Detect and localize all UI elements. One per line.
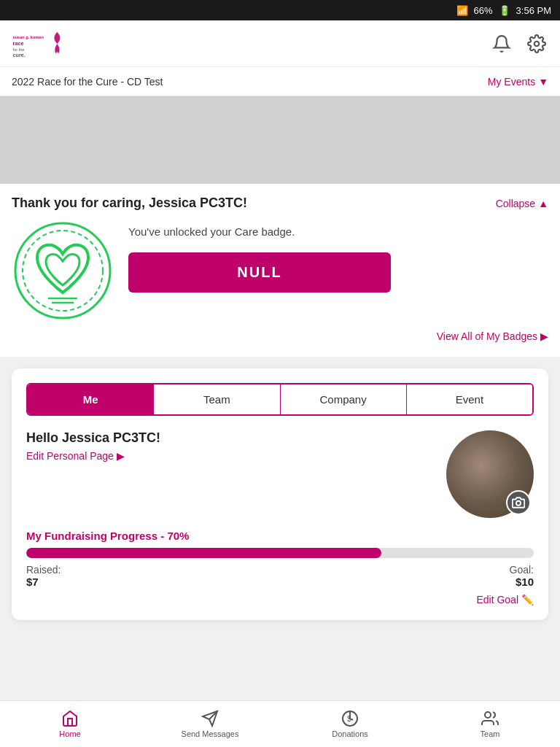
sub-nav: 2022 Race for the Cure - CD Test My Even… [0, 67, 560, 96]
card-section: Me Team Company Event Hello Jessica PC3T… [0, 357, 560, 632]
badge-content: You've unlocked your Care badge. NULL [12, 220, 548, 322]
camera-button[interactable] [506, 490, 531, 515]
top-nav: susan g. komen race for the cure. [0, 20, 560, 67]
svg-point-5 [15, 223, 110, 318]
tab-me[interactable]: Me [28, 384, 154, 414]
svg-text:$: $ [347, 715, 351, 723]
bottom-nav-home[interactable]: Home [0, 701, 140, 747]
donations-label: Donations [332, 729, 368, 738]
arrow-right-icon: ▶ [540, 330, 548, 342]
goal-label: Goal: [510, 564, 534, 576]
progress-percent: 70% [167, 530, 189, 542]
profile-info: Hello Jessica PC3TC! Edit Personal Page … [26, 430, 160, 462]
chevron-down-icon: ▼ [538, 76, 548, 88]
tab-team[interactable]: Team [154, 384, 280, 414]
badge-title: Thank you for caring, Jessica PC3TC! [12, 196, 247, 211]
edit-goal-link[interactable]: Edit Goal ✏️ [26, 594, 534, 605]
raised-section: Raised: $7 [26, 564, 61, 588]
svg-point-9 [516, 501, 521, 506]
send-messages-label: Send Messages [182, 729, 239, 738]
send-icon [201, 710, 219, 727]
status-bar: 📶 66% 🔋 3:56 PM [0, 0, 560, 20]
notification-button[interactable] [490, 32, 513, 55]
greeting-text: Hello Jessica PC3TC! [26, 430, 160, 446]
my-events-button[interactable]: My Events ▼ [488, 76, 548, 88]
logo-area: susan g. komen race for the cure. [12, 29, 70, 58]
edit-personal-page-link[interactable]: Edit Personal Page ▶ [26, 450, 160, 462]
tab-event[interactable]: Event [407, 384, 532, 414]
team-label: Team [481, 729, 500, 738]
brand-logo: susan g. komen race for the cure. [12, 29, 70, 58]
arrow-right-icon: ▶ [117, 450, 125, 462]
svg-text:susan g. komen: susan g. komen [13, 34, 44, 39]
progress-bar-fill [26, 548, 381, 558]
fundraising-section: My Fundraising Progress - 70% Raised: $7… [26, 530, 534, 605]
bottom-nav: Home Send Messages $ Donations Team [0, 700, 560, 747]
badge-text-area: You've unlocked your Care badge. NULL [128, 220, 548, 293]
avatar-container [446, 430, 534, 518]
svg-point-4 [534, 41, 540, 46]
bottom-nav-team[interactable]: Team [420, 701, 560, 747]
edit-icon: ✏️ [521, 594, 534, 605]
badge-description: You've unlocked your Care badge. [128, 225, 548, 238]
progress-bar-container [26, 548, 534, 558]
collapse-icon: ▲ [538, 198, 548, 209]
home-icon [61, 710, 79, 727]
goal-amount: $10 [510, 576, 534, 588]
tab-bar: Me Team Company Event [26, 383, 534, 416]
svg-point-15 [485, 712, 491, 718]
battery-icon: 🔋 [499, 5, 510, 16]
team-icon [481, 710, 499, 727]
null-button[interactable]: NULL [128, 252, 391, 293]
badge-icon [12, 220, 114, 322]
svg-text:race: race [13, 40, 24, 47]
view-all-badges-link[interactable]: View All of My Badges ▶ [12, 322, 548, 345]
profile-card: Me Team Company Event Hello Jessica PC3T… [12, 368, 548, 620]
tab-company[interactable]: Company [281, 384, 407, 414]
raised-label: Raised: [26, 564, 61, 576]
svg-text:cure.: cure. [13, 51, 26, 58]
bottom-nav-donations[interactable]: $ Donations [280, 701, 420, 747]
home-label: Home [59, 729, 80, 738]
nav-icons [490, 32, 548, 55]
fundraising-label: My Fundraising Progress - 70% [26, 530, 534, 542]
raised-amount: $7 [26, 576, 61, 588]
goal-section: Goal: $10 [510, 564, 534, 588]
wifi-icon: 📶 [456, 5, 468, 16]
badge-header: Thank you for caring, Jessica PC3TC! Col… [12, 196, 548, 211]
event-banner [0, 96, 560, 184]
battery-level: 66% [474, 5, 493, 16]
profile-section: Hello Jessica PC3TC! Edit Personal Page … [26, 430, 534, 518]
donations-icon: $ [341, 710, 359, 727]
progress-stats: Raised: $7 Goal: $10 [26, 564, 534, 588]
settings-button[interactable] [525, 32, 548, 55]
bottom-nav-send-messages[interactable]: Send Messages [140, 701, 280, 747]
event-title: 2022 Race for the Cure - CD Test [12, 76, 163, 88]
collapse-button[interactable]: Collapse ▲ [496, 198, 548, 209]
badge-section: Thank you for caring, Jessica PC3TC! Col… [0, 184, 560, 357]
clock: 3:56 PM [516, 5, 551, 16]
